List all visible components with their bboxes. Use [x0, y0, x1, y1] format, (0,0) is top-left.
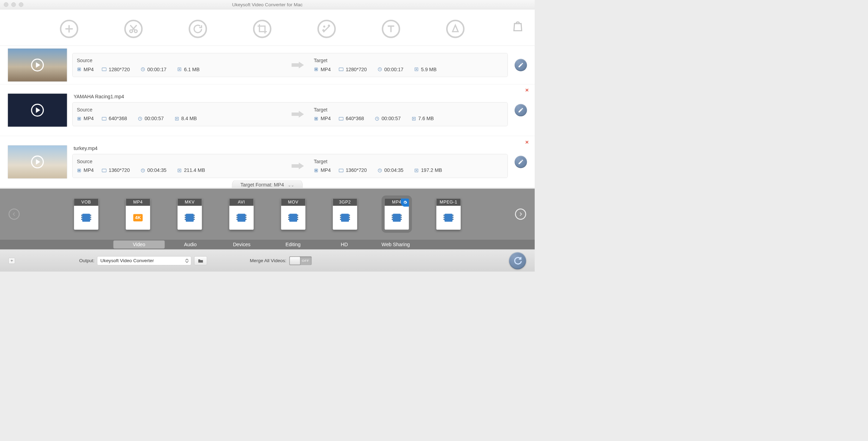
stepper-icon [185, 257, 190, 264]
format-header: MKV [177, 199, 202, 206]
format-header: 3GP2 [333, 199, 357, 206]
effects-icon[interactable] [317, 20, 336, 38]
svg-rect-77 [392, 215, 393, 216]
play-icon [31, 103, 44, 116]
size-icon [174, 116, 179, 121]
svg-rect-12 [78, 68, 80, 70]
format-header: MP4 [126, 199, 150, 206]
svg-rect-43 [81, 217, 82, 218]
format-3gp2[interactable]: 3GP2 [333, 199, 357, 230]
format-mpeg-1[interactable]: MPEG-1 [436, 199, 461, 230]
scroll-right-icon[interactable] [515, 209, 526, 220]
format-mkv[interactable]: MKV [177, 199, 202, 230]
svg-rect-66 [297, 215, 298, 216]
remove-item-button[interactable]: × [525, 87, 529, 94]
svg-rect-74 [349, 217, 350, 218]
svg-rect-78 [392, 217, 393, 218]
annotate-icon[interactable] [446, 20, 465, 38]
svg-rect-63 [288, 215, 289, 216]
remove-item-button[interactable]: × [525, 139, 529, 145]
edit-button[interactable] [515, 104, 527, 116]
list-item[interactable]: Source MP4 1280*720 00:00:17 6.1 MB Targ… [0, 46, 535, 84]
merge-label: Merge All Videos: [250, 258, 286, 264]
svg-rect-42 [81, 215, 82, 216]
svg-rect-47 [90, 219, 91, 220]
info-box: Source MP4 1280*720 00:00:17 6.1 MB Targ… [72, 53, 508, 77]
duration-icon [141, 67, 145, 72]
tab-devices[interactable]: Devices [216, 240, 267, 249]
resolution-icon [339, 116, 344, 121]
convert-button[interactable] [509, 252, 526, 269]
tab-hd[interactable]: HD [319, 240, 370, 249]
svg-rect-68 [297, 219, 298, 220]
tab-audio[interactable]: Audio [165, 240, 216, 249]
format-mov[interactable]: MOV [281, 199, 305, 230]
svg-rect-71 [340, 217, 341, 218]
format-icon [314, 67, 319, 72]
source-label: Source [77, 58, 282, 64]
scroll-left-icon[interactable] [9, 209, 20, 220]
target-label: Target [314, 107, 503, 113]
output-select[interactable]: Ukeysoft Video Converter [97, 256, 191, 265]
target-label: Target [314, 58, 503, 64]
crop-icon[interactable] [253, 20, 272, 38]
main-toolbar [0, 9, 535, 46]
size-icon [411, 116, 416, 121]
svg-rect-49 [185, 215, 186, 216]
tab-editing[interactable]: Editing [267, 240, 319, 249]
svg-point-7 [328, 25, 329, 26]
tab-video[interactable]: Video [113, 240, 165, 248]
list-item[interactable]: × turkey.mp4 Source MP4 1360*720 00:04:3… [0, 136, 535, 188]
category-bar: VideoAudioDevicesEditingHDWeb Sharing [0, 240, 535, 249]
arrow-icon [291, 162, 305, 170]
svg-rect-48 [186, 214, 194, 222]
video-thumbnail[interactable] [8, 93, 67, 127]
format-body [436, 206, 461, 230]
svg-rect-82 [401, 219, 402, 220]
video-thumbnail[interactable] [8, 48, 67, 82]
format-icon [314, 168, 319, 173]
svg-rect-79 [392, 219, 393, 220]
edit-button[interactable] [515, 59, 527, 71]
resolution-icon [339, 67, 344, 72]
text-icon[interactable] [382, 20, 400, 38]
svg-point-6 [324, 26, 325, 27]
play-icon [31, 58, 44, 71]
format-body [333, 206, 357, 230]
edit-button[interactable] [515, 156, 527, 168]
gear-icon[interactable] [401, 199, 409, 207]
shop-icon[interactable] [511, 20, 524, 34]
format-body [177, 206, 202, 230]
size-icon [177, 67, 182, 72]
format-avi[interactable]: AVI [229, 199, 253, 230]
duration-icon [377, 168, 382, 173]
add-output-button[interactable]: + [9, 258, 15, 264]
cut-icon[interactable] [124, 20, 143, 38]
target-format-tab[interactable]: Target Format: MP4 ⌄⌄ [232, 181, 303, 189]
svg-rect-88 [452, 217, 453, 218]
add-icon[interactable] [60, 20, 78, 38]
resolution-icon [339, 168, 344, 173]
svg-rect-60 [245, 217, 247, 218]
rotate-icon[interactable] [189, 20, 207, 38]
format-mp4[interactable]: MP4 [385, 199, 409, 230]
format-body [385, 206, 409, 230]
toggle-state: OFF [302, 259, 309, 263]
format-mp4[interactable]: MP4 4K [126, 199, 150, 230]
bottom-bar: + Output: Ukeysoft Video Converter Merge… [0, 249, 535, 272]
format-header: MPEG-1 [436, 199, 461, 206]
svg-rect-80 [401, 215, 402, 216]
duration-icon [141, 168, 145, 173]
open-folder-button[interactable] [194, 256, 207, 265]
file-name: YAMAHA Racing1.mp4 [74, 94, 508, 100]
video-thumbnail[interactable] [8, 145, 67, 178]
tab-web-sharing[interactable]: Web Sharing [370, 240, 422, 249]
duration-icon [375, 116, 379, 121]
size-icon [177, 168, 182, 173]
format-vob[interactable]: VOB [74, 199, 98, 230]
svg-rect-55 [237, 214, 245, 222]
list-item[interactable]: × YAMAHA Racing1.mp4 Source MP4 640*368 … [0, 84, 535, 136]
merge-toggle[interactable]: OFF [289, 256, 311, 265]
svg-rect-57 [236, 217, 237, 218]
svg-rect-61 [245, 219, 247, 220]
